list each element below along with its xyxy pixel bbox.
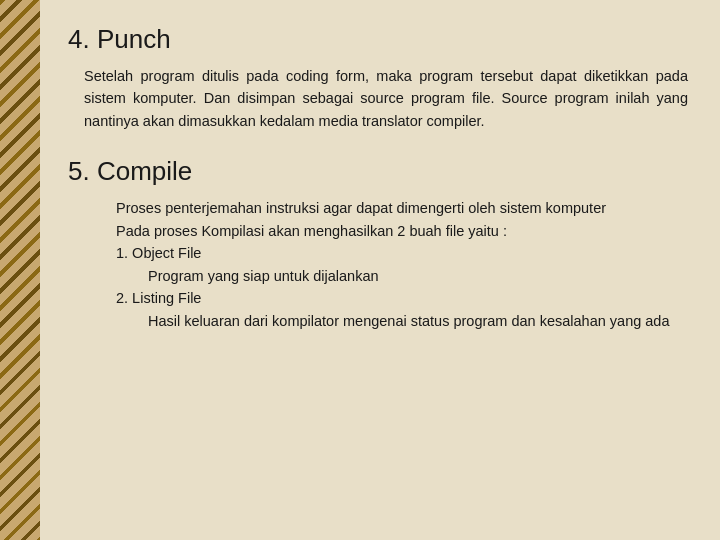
compile-line-2: Pada proses Kompilasi akan menghasilkan … xyxy=(84,220,688,242)
section-compile-body: Proses penterjemahan instruksi agar dapa… xyxy=(68,197,688,332)
section-punch-text: Setelah program ditulis pada coding form… xyxy=(84,68,688,129)
content-area: 4. Punch Setelah program ditulis pada co… xyxy=(40,0,720,540)
section-compile-title: 5. Compile xyxy=(68,156,688,187)
section-punch-title: 4. Punch xyxy=(68,24,688,55)
compile-line-4: Program yang siap untuk dijalankan xyxy=(84,265,688,287)
page: 4. Punch Setelah program ditulis pada co… xyxy=(0,0,720,540)
compile-line-3: 1. Object File xyxy=(84,242,688,264)
left-border-decoration xyxy=(0,0,40,540)
section-punch-body: Setelah program ditulis pada coding form… xyxy=(68,65,688,132)
compile-line-6: Hasil keluaran dari kompilator mengenai … xyxy=(84,310,688,332)
compile-line-5: 2. Listing File xyxy=(84,287,688,309)
section-punch: 4. Punch Setelah program ditulis pada co… xyxy=(68,24,688,132)
compile-line-1: Proses penterjemahan instruksi agar dapa… xyxy=(84,197,688,219)
section-compile: 5. Compile Proses penterjemahan instruks… xyxy=(68,156,688,332)
